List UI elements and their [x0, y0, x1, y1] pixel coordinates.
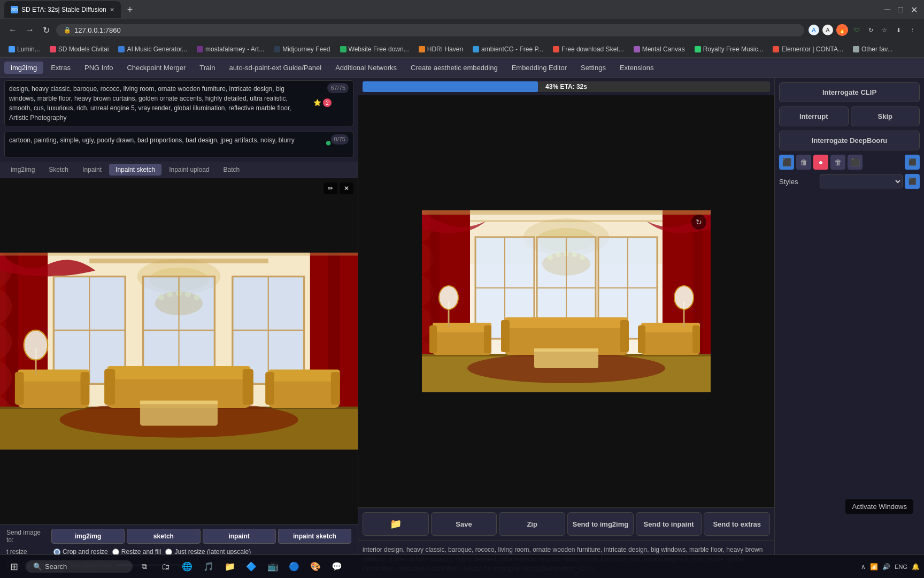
new-tab-button[interactable]: + — [123, 4, 137, 16]
bookmark-icon[interactable]: ☆ — [879, 25, 890, 35]
svg-rect-27 — [18, 370, 89, 382]
nav-embedding-editor[interactable]: Embedding Editor — [505, 62, 573, 74]
bookmark-art[interactable]: mostafalamey - Art... — [192, 44, 268, 54]
taskbar-app-icon-3[interactable]: 📁 — [220, 557, 240, 576]
edit-image-button[interactable]: ✏ — [324, 182, 337, 194]
profile-icon[interactable]: 🔥 — [836, 24, 848, 36]
taskbar-volume-icon[interactable]: 🔊 — [882, 563, 890, 571]
color-btn-dark[interactable]: ⬛ — [848, 155, 863, 170]
nav-extras[interactable]: Extras — [44, 62, 77, 74]
svg-rect-33 — [243, 369, 253, 405]
tab-inpaint[interactable]: Inpaint — [76, 164, 108, 176]
download-icon[interactable]: ⬇ — [893, 25, 904, 35]
tab-img2img[interactable]: img2img — [4, 164, 41, 176]
taskbar-app-icon-1[interactable]: 🗂 — [156, 557, 175, 576]
bookmark-lumin[interactable]: Lumin... — [4, 44, 44, 54]
extension-icon-1[interactable]: A — [808, 25, 819, 35]
send-sketch-button[interactable]: sketch — [127, 529, 200, 544]
bookmark-ai-music[interactable]: AI Music Generator... — [114, 44, 191, 54]
send-inpaint-sketch-button[interactable]: inpaint sketch — [278, 529, 351, 544]
bookmark-website-free[interactable]: Website Free down... — [336, 44, 413, 54]
refresh-output-button[interactable]: ↻ — [691, 215, 706, 230]
taskbar-notification-icon[interactable]: ∧ — [861, 563, 866, 571]
bookmark-free-sket[interactable]: Free download Sket... — [549, 44, 628, 54]
positive-prompt-box[interactable]: design, heavy classic, baroque, rococo, … — [4, 80, 353, 126]
bookmark-sd-models[interactable]: SD Models Civitai — [45, 44, 113, 54]
browser-actions: A A 🔥 🛡 ↻ ☆ ⬇ ⋮ — [808, 24, 918, 36]
forward-button[interactable]: → — [24, 23, 36, 37]
negative-prompt-box[interactable]: cartoon, painting, simple, ugly, poorly … — [4, 132, 353, 157]
bookmark-royalty-free[interactable]: Royalty Free Music... — [690, 44, 768, 54]
bookmark-elementor[interactable]: Elementor | CONTA... — [768, 44, 848, 54]
url-box[interactable]: 🔒 127.0.0.1:7860 — [56, 24, 804, 36]
close-image-button[interactable]: ✕ — [340, 182, 353, 194]
interrogate-clip-button[interactable]: Interrogate CLIP — [779, 82, 920, 102]
tab-close-button[interactable]: ✕ — [110, 6, 114, 13]
taskbar-app-icon-5[interactable]: 📺 — [263, 557, 282, 576]
tab-sketch[interactable]: Sketch — [42, 164, 75, 176]
color-btn-delete2[interactable]: 🗑 — [830, 155, 845, 170]
sync-icon[interactable]: ↻ — [865, 25, 876, 35]
expand-icon[interactable]: ⬛ — [905, 155, 920, 170]
bookmark-hdri[interactable]: HDRI Haven — [414, 44, 467, 54]
nav-aesthetic[interactable]: Create aesthetic embedding — [404, 62, 504, 74]
color-btn-blue[interactable]: ⬛ — [779, 155, 794, 170]
open-folder-button[interactable]: 📁 — [363, 512, 429, 536]
send-inpaint-button[interactable]: inpaint — [203, 529, 276, 544]
task-view-icon[interactable]: ⧉ — [135, 557, 154, 576]
nav-png-info[interactable]: PNG Info — [78, 62, 119, 74]
send-to-img2img-button[interactable]: Send to img2img — [567, 512, 634, 536]
styles-dropdown[interactable] — [820, 174, 903, 188]
send-to-inpaint-button[interactable]: Send to inpaint — [636, 512, 702, 536]
taskbar-search-box[interactable]: 🔍 Search — [26, 560, 133, 573]
taskbar-app-icon-7[interactable]: 🎨 — [306, 557, 325, 576]
search-text: Search — [45, 562, 67, 571]
tab-batch[interactable]: Batch — [217, 164, 247, 176]
nav-auto-sd[interactable]: auto-sd-paint-ext Guide/Panel — [222, 62, 328, 74]
left-panel: design, heavy classic, baroque, rococo, … — [0, 78, 358, 578]
interrupt-button[interactable]: Interrupt — [779, 107, 849, 126]
tab-inpaint-sketch[interactable]: Inpaint sketch — [109, 164, 161, 176]
skip-button[interactable]: Skip — [851, 107, 920, 126]
bookmark-midjourney[interactable]: Midjourney Feed — [270, 44, 334, 54]
taskbar-app-icon-8[interactable]: 💬 — [327, 557, 346, 576]
shield-icon[interactable]: 🛡 — [851, 25, 862, 35]
nav-checkpoint-merger[interactable]: Checkpoint Merger — [120, 62, 192, 74]
taskbar-app-icon-4[interactable]: 🔷 — [242, 557, 261, 576]
output-room-image — [422, 210, 711, 392]
tab-bar: SD SD ETA: 32s| Stable Diffusion ✕ + ─ □… — [0, 0, 924, 19]
bookmark-ambient-cg[interactable]: ambientCG - Free P... — [468, 44, 548, 54]
reload-button[interactable]: ↻ — [41, 23, 52, 37]
active-tab[interactable]: SD SD ETA: 32s| Stable Diffusion ✕ — [4, 1, 121, 18]
send-to-extras-button[interactable]: Send to extras — [704, 512, 770, 536]
svg-point-88 — [674, 286, 694, 309]
nav-img2img[interactable]: img2img — [4, 62, 43, 74]
taskbar-notification-bell[interactable]: 🔔 — [912, 563, 920, 571]
nav-train[interactable]: Train — [193, 62, 221, 74]
tab-inpaint-upload[interactable]: Inpaint upload — [163, 164, 215, 176]
save-button[interactable]: Save — [431, 512, 497, 536]
color-btn-red[interactable]: ● — [813, 155, 828, 170]
taskbar-app-icon-2[interactable]: 🎵 — [199, 557, 218, 576]
more-icon[interactable]: ⋮ — [907, 25, 918, 35]
extension-icon-2[interactable]: A — [822, 25, 833, 35]
bookmark-mental-canvas[interactable]: Mental Canvas — [629, 44, 689, 54]
back-button[interactable]: ← — [6, 23, 19, 37]
interrogate-deepbooru-button[interactable]: Interrogate DeepBooru — [779, 131, 920, 150]
maximize-button[interactable]: □ — [896, 3, 905, 17]
windows-start-icon[interactable]: ⊞ — [4, 557, 24, 576]
taskbar-network-icon[interactable]: 📶 — [870, 563, 878, 571]
star-icon[interactable]: ⭐ — [313, 98, 321, 108]
zip-button[interactable]: Zip — [499, 512, 565, 536]
nav-additional-networks[interactable]: Additional Networks — [329, 62, 403, 74]
taskbar-browser-icon[interactable]: 🌐 — [178, 557, 197, 576]
nav-settings[interactable]: Settings — [574, 62, 612, 74]
bookmark-other[interactable]: Other fav... — [849, 44, 897, 54]
color-btn-delete[interactable]: 🗑 — [796, 155, 811, 170]
nav-extensions[interactable]: Extensions — [613, 62, 660, 74]
minimize-button[interactable]: ─ — [882, 3, 892, 17]
send-img2img-button[interactable]: img2img — [51, 529, 125, 544]
close-browser-button[interactable]: ✕ — [908, 3, 920, 17]
taskbar-app-icon-6[interactable]: 🔵 — [284, 557, 304, 576]
styles-add-button[interactable]: ⬛ — [905, 174, 920, 189]
